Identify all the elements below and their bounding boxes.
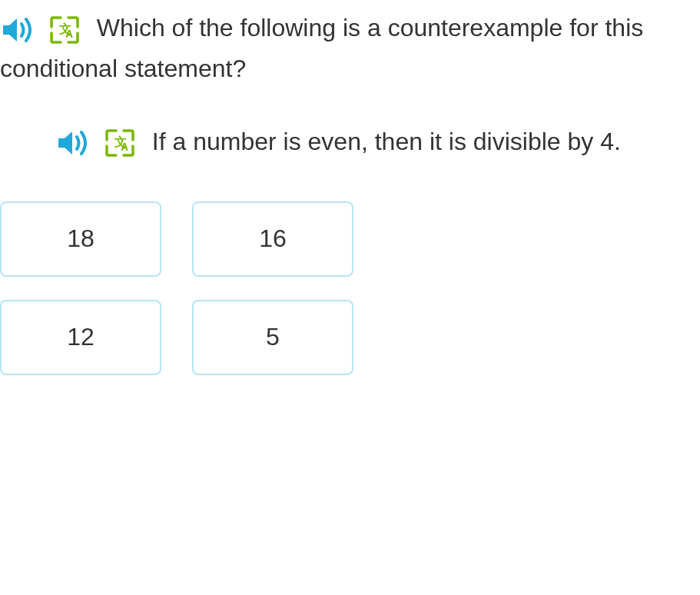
speaker-icon[interactable]: [0, 15, 35, 45]
answers-grid: 18 16 12 5: [0, 201, 700, 375]
answer-label: 18: [67, 224, 95, 253]
question-text-content: Which of the following is a counterexamp…: [0, 14, 643, 82]
answer-option-2[interactable]: 16: [192, 201, 353, 277]
answer-label: 12: [67, 323, 95, 351]
translate-icon[interactable]: 文 A: [48, 15, 81, 45]
speaker-icon[interactable]: [55, 128, 91, 158]
svg-text:A: A: [65, 28, 73, 40]
answer-option-1[interactable]: 18: [0, 201, 161, 277]
answer-option-4[interactable]: 5: [192, 300, 353, 375]
translate-icon[interactable]: 文 A: [104, 128, 136, 158]
question-text: 文 A Which of the following is a countere…: [0, 8, 700, 89]
question-header: 文 A Which of the following is a countere…: [0, 8, 700, 89]
statement-block: 文 A If a number is even, then it is divi…: [55, 120, 700, 163]
svg-text:A: A: [121, 141, 128, 153]
answer-option-3[interactable]: 12: [0, 300, 161, 375]
statement-text-content: If a number is even, then it is divisibl…: [152, 128, 621, 155]
answer-label: 5: [266, 323, 280, 351]
answer-label: 16: [259, 224, 287, 253]
statement-text: 文 A If a number is even, then it is divi…: [55, 120, 700, 163]
